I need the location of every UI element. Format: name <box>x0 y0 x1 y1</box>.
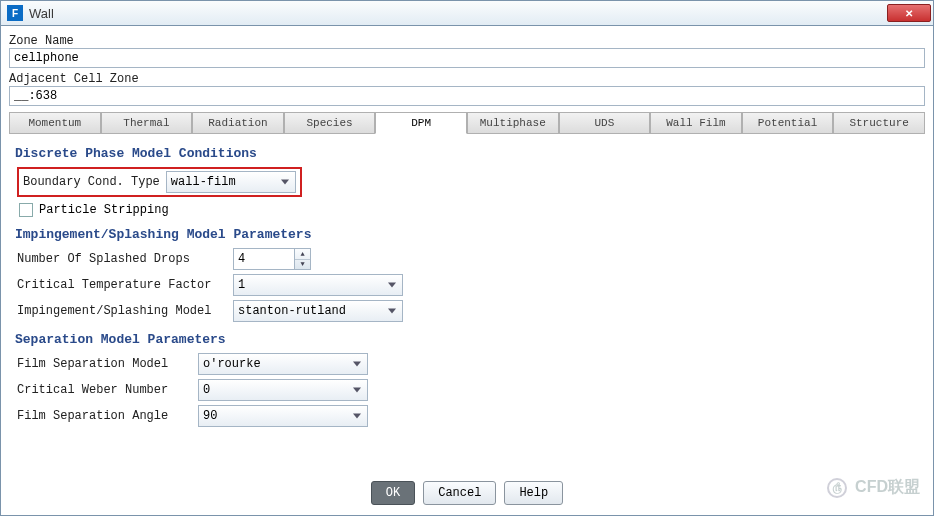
num-drops-input[interactable] <box>234 249 294 269</box>
bc-type-select[interactable]: wall-film <box>166 171 296 193</box>
title-bar: F Wall ✕ <box>0 0 934 26</box>
num-drops-spinner[interactable]: ▲▼ <box>233 248 311 270</box>
weber-value: 0 <box>203 383 210 397</box>
weber-select[interactable]: 0 <box>198 379 368 401</box>
spinner-buttons[interactable]: ▲▼ <box>294 249 310 269</box>
tab-species[interactable]: Species <box>284 112 376 133</box>
zone-name-label: Zone Name <box>9 34 925 48</box>
num-drops-label: Number Of Splashed Drops <box>17 252 227 266</box>
impinge-model-select[interactable]: stanton-rutland <box>233 300 403 322</box>
weber-label: Critical Weber Number <box>17 383 192 397</box>
chevron-down-icon <box>353 388 361 393</box>
help-button[interactable]: Help <box>504 481 563 505</box>
bc-type-highlight: Boundary Cond. Type wall-film <box>17 167 302 197</box>
crit-temp-select[interactable]: 1 <box>233 274 403 296</box>
crit-temp-label: Critical Temperature Factor <box>17 278 227 292</box>
tab-wall-film[interactable]: Wall Film <box>650 112 742 133</box>
bc-type-value: wall-film <box>171 175 236 189</box>
tab-potential[interactable]: Potential <box>742 112 834 133</box>
tab-radiation[interactable]: Radiation <box>192 112 284 133</box>
chevron-down-icon <box>353 414 361 419</box>
chevron-down-icon <box>353 362 361 367</box>
tab-thermal[interactable]: Thermal <box>101 112 193 133</box>
tab-structure[interactable]: Structure <box>833 112 925 133</box>
impinge-model-value: stanton-rutland <box>238 304 346 318</box>
particle-stripping-label: Particle Stripping <box>39 203 169 217</box>
crit-temp-value: 1 <box>238 278 245 292</box>
tab-momentum[interactable]: Momentum <box>9 112 101 133</box>
close-icon: ✕ <box>905 8 913 19</box>
zone-name-input[interactable] <box>9 48 925 68</box>
impinge-model-label: Impingement/Splashing Model <box>17 304 227 318</box>
app-icon: F <box>7 5 23 21</box>
tab-multiphase[interactable]: Multiphase <box>467 112 559 133</box>
dpm-section-title: Discrete Phase Model Conditions <box>15 146 921 161</box>
tab-strip: Momentum Thermal Radiation Species DPM M… <box>9 112 925 134</box>
cancel-button[interactable]: Cancel <box>423 481 496 505</box>
ok-button[interactable]: OK <box>371 481 415 505</box>
angle-label: Film Separation Angle <box>17 409 192 423</box>
adjacent-zone-label: Adjacent Cell Zone <box>9 72 925 86</box>
sep-model-value: o'rourke <box>203 357 261 371</box>
window-title: Wall <box>29 6 54 21</box>
chevron-down-icon <box>281 180 289 185</box>
chevron-down-icon <box>388 283 396 288</box>
bc-type-label: Boundary Cond. Type <box>23 175 160 189</box>
window-body: Zone Name Adjacent Cell Zone Momentum Th… <box>0 26 934 516</box>
impinge-section-title: Impingement/Splashing Model Parameters <box>15 227 921 242</box>
angle-value: 90 <box>203 409 217 423</box>
chevron-down-icon <box>388 309 396 314</box>
button-bar: OK Cancel Help <box>9 475 925 507</box>
adjacent-zone-input[interactable] <box>9 86 925 106</box>
angle-select[interactable]: 90 <box>198 405 368 427</box>
sep-model-label: Film Separation Model <box>17 357 192 371</box>
separation-section-title: Separation Model Parameters <box>15 332 921 347</box>
tab-uds[interactable]: UDS <box>559 112 651 133</box>
tab-content: Discrete Phase Model Conditions Boundary… <box>9 134 925 475</box>
particle-stripping-checkbox[interactable] <box>19 203 33 217</box>
close-button[interactable]: ✕ <box>887 4 931 22</box>
tab-dpm[interactable]: DPM <box>375 112 467 134</box>
sep-model-select[interactable]: o'rourke <box>198 353 368 375</box>
